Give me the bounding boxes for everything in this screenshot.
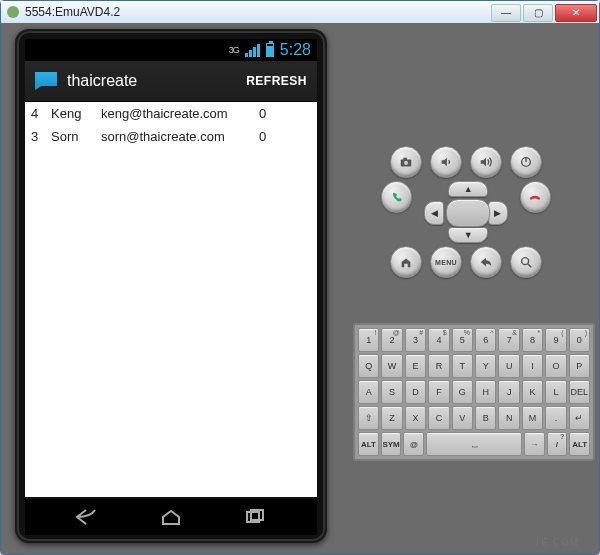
emulator-keyboard: 1!2@3#4$5%6^7&8*9(0) QWERTYUIOP ASDFGHJK… <box>353 323 595 461</box>
key-5[interactable]: 5% <box>452 328 473 352</box>
refresh-button[interactable]: REFRESH <box>246 74 307 88</box>
key-x[interactable]: X <box>405 406 426 430</box>
android-statusbar: 3G 5:28 <box>25 39 317 61</box>
watermark: TE COM <box>534 537 579 548</box>
dpad: ▲ ▼ ◀ ▶ <box>424 181 508 243</box>
key-2[interactable]: 2@ <box>381 328 402 352</box>
data-list[interactable]: 4 Keng keng@thaicreate.com 0 3 Sorn sorn… <box>25 102 317 148</box>
key-7[interactable]: 7& <box>498 328 519 352</box>
svg-line-8 <box>528 264 532 268</box>
signal-icon <box>245 44 260 57</box>
key-n[interactable]: N <box>498 406 519 430</box>
key-z[interactable]: Z <box>381 406 402 430</box>
key-o[interactable]: O <box>545 354 566 378</box>
recent-apps-button[interactable] <box>243 508 267 526</box>
call-button[interactable] <box>381 181 412 213</box>
key-p[interactable]: P <box>569 354 590 378</box>
key-r[interactable]: R <box>428 354 449 378</box>
row-name: Sorn <box>51 129 101 144</box>
row-email: sorn@thaicreate.com <box>101 129 259 144</box>
row-count: 0 <box>259 129 279 144</box>
key-0[interactable]: 0) <box>569 328 590 352</box>
key-j[interactable]: J <box>498 380 519 404</box>
key-3[interactable]: 3# <box>405 328 426 352</box>
key-4[interactable]: 4$ <box>428 328 449 352</box>
key-→[interactable]: → <box>524 432 545 456</box>
key-e[interactable]: E <box>405 354 426 378</box>
emulator-window: 5554:EmuAVD4.2 — ▢ ✕ 3G 5:28 thaicreate … <box>0 0 600 555</box>
key-l[interactable]: L <box>545 380 566 404</box>
app-action-bar: thaicreate REFRESH <box>25 61 317 102</box>
search-hw-button[interactable] <box>510 246 542 278</box>
key-c[interactable]: C <box>428 406 449 430</box>
key-space[interactable]: ⎵ <box>426 432 522 456</box>
key-u[interactable]: U <box>498 354 519 378</box>
key-1[interactable]: 1! <box>358 328 379 352</box>
svg-point-3 <box>404 161 408 165</box>
table-row[interactable]: 4 Keng keng@thaicreate.com 0 <box>25 102 317 125</box>
end-call-button[interactable] <box>520 181 551 213</box>
key-.[interactable]: . <box>545 406 566 430</box>
key-g[interactable]: G <box>452 380 473 404</box>
window-titlebar: 5554:EmuAVD4.2 — ▢ ✕ <box>1 1 599 24</box>
keyboard-row-2: QWERTYUIOP <box>357 353 591 379</box>
row-id: 4 <box>31 106 51 121</box>
key-h[interactable]: H <box>475 380 496 404</box>
key-⇧[interactable]: ⇧ <box>358 406 379 430</box>
volume-down-button[interactable] <box>430 146 462 178</box>
key-sym[interactable]: SYM <box>381 432 402 456</box>
app-icon <box>35 72 57 90</box>
home-hw-button[interactable] <box>390 246 422 278</box>
back-hw-button[interactable] <box>470 246 502 278</box>
key-b[interactable]: B <box>475 406 496 430</box>
android-navbar <box>25 499 317 535</box>
home-button[interactable] <box>159 508 183 526</box>
dpad-down-button[interactable]: ▼ <box>448 227 488 243</box>
key-6[interactable]: 6^ <box>475 328 496 352</box>
key-8[interactable]: 8* <box>522 328 543 352</box>
dpad-center-button[interactable] <box>446 199 490 227</box>
window-minimize-button[interactable]: — <box>491 4 521 22</box>
volume-up-button[interactable] <box>470 146 502 178</box>
device-frame: 3G 5:28 thaicreate REFRESH 4 Keng keng@t… <box>15 29 327 543</box>
row-name: Keng <box>51 106 101 121</box>
key-del[interactable]: DEL <box>569 380 590 404</box>
key-i[interactable]: I <box>522 354 543 378</box>
table-row[interactable]: 3 Sorn sorn@thaicreate.com 0 <box>25 125 317 148</box>
back-button[interactable] <box>75 508 99 526</box>
menu-hw-button[interactable]: MENU <box>430 246 462 278</box>
key-t[interactable]: T <box>452 354 473 378</box>
power-button[interactable] <box>510 146 542 178</box>
window-close-button[interactable]: ✕ <box>555 4 597 22</box>
key-y[interactable]: Y <box>475 354 496 378</box>
row-email: keng@thaicreate.com <box>101 106 259 121</box>
key-w[interactable]: W <box>381 354 402 378</box>
key-↵[interactable]: ↵ <box>569 406 590 430</box>
network-indicator: 3G <box>229 45 239 55</box>
window-favicon <box>7 6 19 18</box>
key-a[interactable]: A <box>358 380 379 404</box>
row-count: 0 <box>259 106 279 121</box>
window-maximize-button[interactable]: ▢ <box>523 4 553 22</box>
svg-point-7 <box>522 258 529 265</box>
key-s[interactable]: S <box>381 380 402 404</box>
dpad-left-button[interactable]: ◀ <box>424 201 444 225</box>
camera-button[interactable] <box>390 146 422 178</box>
key-m[interactable]: M <box>522 406 543 430</box>
battery-icon <box>266 43 274 57</box>
key-alt[interactable]: ALT <box>569 432 590 456</box>
key-/[interactable]: /? <box>547 432 568 456</box>
key-alt[interactable]: ALT <box>358 432 379 456</box>
key-9[interactable]: 9( <box>545 328 566 352</box>
keyboard-row-5: ALTSYM@⎵→/?ALT <box>357 431 591 457</box>
device-screen: 3G 5:28 thaicreate REFRESH 4 Keng keng@t… <box>25 39 317 497</box>
key-q[interactable]: Q <box>358 354 379 378</box>
key-v[interactable]: V <box>452 406 473 430</box>
key-f[interactable]: F <box>428 380 449 404</box>
key-d[interactable]: D <box>405 380 426 404</box>
key-k[interactable]: K <box>522 380 543 404</box>
key-@[interactable]: @ <box>403 432 424 456</box>
dpad-up-button[interactable]: ▲ <box>448 181 488 197</box>
svg-rect-4 <box>403 158 407 161</box>
dpad-right-button[interactable]: ▶ <box>488 201 508 225</box>
